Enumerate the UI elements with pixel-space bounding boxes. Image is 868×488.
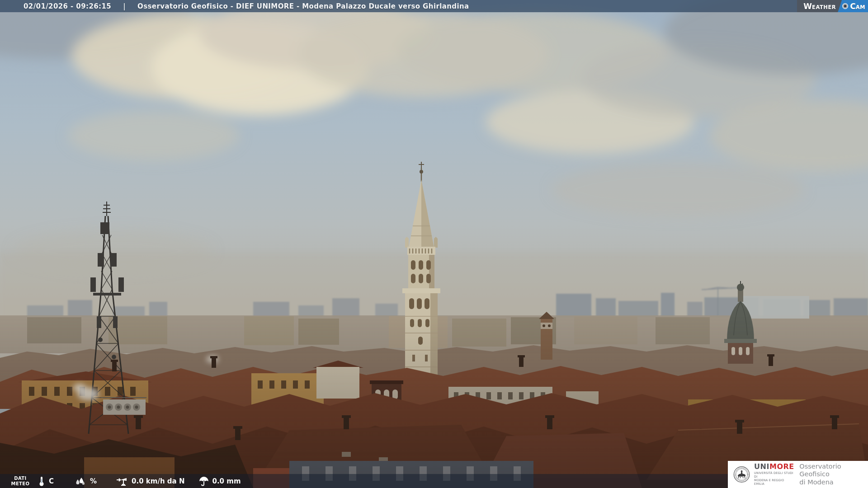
weathercam-cam-badge: CAM (838, 0, 868, 12)
camera-title: Osservatorio Geofisico - DIEF UNIMORE - … (137, 2, 469, 10)
thermometer-icon (39, 476, 44, 486)
unimore-banner[interactable]: UNIMORE UNIVERSITÀ DEGLI STUDI DI MODENA… (728, 461, 868, 488)
temperature-reading: C (39, 476, 54, 486)
umbrella-icon (199, 476, 209, 486)
weathercam-logo[interactable]: WEATHER CAM (797, 0, 868, 12)
separator: | (123, 2, 126, 10)
weathercam-cam-label: CAM (850, 2, 865, 11)
unimore-logotype: UNIMORE UNIVERSITÀ DEGLI STUDI DI MODENA… (754, 463, 794, 486)
humidity-unit: % (90, 477, 97, 485)
humidity-drops-icon (75, 477, 85, 486)
webcam-page: 02/01/2026 - 09:26:15 | Osservatorio Geo… (0, 0, 868, 488)
camera-lens-icon (842, 3, 848, 9)
meteo-label: DATI METEO (7, 476, 33, 486)
university-seal-icon (733, 465, 750, 483)
wind-vane-icon (116, 476, 128, 486)
timestamp: 02/01/2026 - 09:26:15 (24, 2, 111, 10)
webcam-photo (0, 0, 868, 488)
temperature-unit: C (49, 477, 54, 485)
header-bar: 02/01/2026 - 09:26:15 | Osservatorio Geo… (0, 0, 868, 12)
unimore-subtitle: UNIVERSITÀ DEGLI STUDI DI MODENA E REGGI… (754, 471, 794, 486)
weathercam-weather-label: WEATHER (803, 2, 836, 11)
rain-reading: 0.0 mm (199, 476, 241, 486)
observatory-name: Osservatorio Geofisico di Modena (799, 463, 868, 486)
unimore-brand-uni: UNI (754, 462, 769, 471)
unimore-brand-more: MORE (769, 462, 794, 471)
wind-reading: 0.0 km/h da N (116, 476, 184, 486)
wind-value: 0.0 km/h da N (132, 477, 184, 485)
humidity-reading: % (75, 477, 97, 486)
rain-value: 0.0 mm (212, 477, 241, 485)
